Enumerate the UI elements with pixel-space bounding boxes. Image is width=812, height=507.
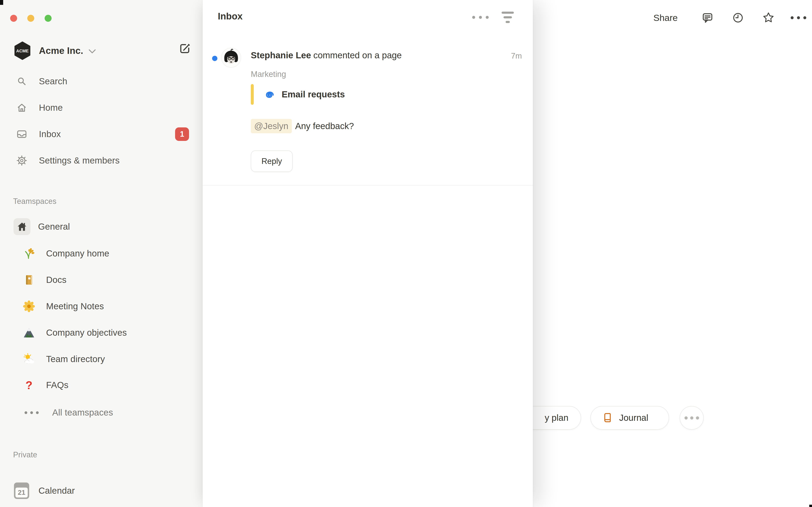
star-icon xyxy=(763,12,774,24)
sidebar-item-label: Home xyxy=(39,103,63,113)
notion-window: ACME Acme Inc. Search Home xyxy=(0,0,812,507)
teamspace-label: Docs xyxy=(46,275,67,285)
sidebar-item-company-home[interactable]: Company home xyxy=(6,242,196,265)
sidebar-item-team-directory[interactable]: Team directory xyxy=(6,348,196,370)
private-section-label: Private xyxy=(13,449,37,460)
minimize-window-button[interactable] xyxy=(27,15,34,22)
unread-dot xyxy=(212,56,217,61)
sidebar-item-company-objectives[interactable]: Company objectives xyxy=(6,322,196,344)
inbox-icon xyxy=(16,129,27,139)
new-page-button[interactable] xyxy=(179,42,191,55)
notification-breadcrumb: Marketing xyxy=(251,70,286,79)
journal-book-icon xyxy=(602,412,613,424)
sun-behind-cloud-icon xyxy=(23,353,35,365)
teamspace-label: Company home xyxy=(46,248,109,259)
mountain-icon xyxy=(23,327,35,339)
tab-label: Journal xyxy=(619,413,648,423)
inbox-title: Inbox xyxy=(218,11,243,21)
notification-time: 7m xyxy=(511,52,522,60)
teamspace-label: Company objectives xyxy=(46,328,127,338)
private-item-label: Calendar xyxy=(39,486,75,496)
acme-logo-icon: ACME xyxy=(13,41,31,60)
sidebar-item-settings[interactable]: Settings & members xyxy=(6,150,196,172)
search-icon xyxy=(16,76,27,87)
sidebar: ACME Acme Inc. Search Home xyxy=(0,0,203,507)
home-icon xyxy=(16,103,27,113)
screen-artifact xyxy=(809,505,812,507)
teamspace-label: Team directory xyxy=(46,354,105,364)
sidebar-item-calendar[interactable]: 21 Calendar xyxy=(6,480,196,502)
zoom-window-button[interactable] xyxy=(45,15,52,22)
sidebar-item-search[interactable]: Search xyxy=(6,70,196,92)
sidebar-item-label: Settings & members xyxy=(39,156,120,166)
more-icon xyxy=(791,16,806,19)
avatar xyxy=(221,48,241,68)
sidebar-item-general[interactable]: General xyxy=(6,216,196,238)
cyclone-icon xyxy=(263,89,275,100)
close-window-button[interactable] xyxy=(10,15,17,22)
workspace-switcher[interactable]: ACME Acme Inc. xyxy=(6,40,192,61)
sidebar-item-faqs[interactable]: ? FAQs xyxy=(6,374,196,396)
inbox-more-button[interactable] xyxy=(474,12,487,23)
updates-button[interactable] xyxy=(732,12,744,24)
ellipsis-icon xyxy=(24,411,39,414)
more-icon xyxy=(472,16,489,19)
inbox-popover: Inbox Stephanie Leecomme xyxy=(203,0,533,507)
workspace-name: Acme Inc. xyxy=(39,45,83,56)
reply-button[interactable]: Reply xyxy=(251,151,293,172)
notification-title: Stephanie Leecommented on a page xyxy=(251,50,402,60)
teamspace-label: Meeting Notes xyxy=(46,301,104,312)
sidebar-item-all-teamspaces[interactable]: All teamspaces xyxy=(6,402,196,424)
blossom-icon xyxy=(23,300,35,313)
filter-icon xyxy=(502,12,514,23)
more-button[interactable] xyxy=(793,12,804,24)
sidebar-item-label: Inbox xyxy=(39,129,61,139)
house-icon xyxy=(13,218,31,235)
favorite-button[interactable] xyxy=(763,12,774,24)
comment-text: @Jeslyn Any feedback? xyxy=(251,117,354,135)
sidebar-item-label: Search xyxy=(39,76,67,87)
gear-icon xyxy=(16,155,27,166)
tab-label: y plan xyxy=(545,413,568,423)
sheaf-of-rice-icon xyxy=(23,247,35,260)
notebook-icon xyxy=(23,274,35,286)
page-reference[interactable]: Email requests xyxy=(251,83,345,105)
teamspace-label: General xyxy=(38,222,70,232)
inbox-unread-badge: 1 xyxy=(175,127,189,141)
sidebar-item-home[interactable]: Home xyxy=(6,97,196,119)
question-mark-icon: ? xyxy=(23,379,35,391)
page-title: Email requests xyxy=(282,89,345,100)
share-button[interactable]: Share xyxy=(653,13,678,23)
sidebar-item-inbox[interactable]: Inbox 1 xyxy=(6,123,196,145)
sidebar-item-meeting-notes[interactable]: Meeting Notes xyxy=(6,295,196,317)
calendar-icon: 21 xyxy=(14,483,29,499)
quote-bar xyxy=(251,84,254,105)
clock-icon xyxy=(732,12,744,23)
more-tabs-button[interactable] xyxy=(679,406,704,430)
teamspace-label: FAQs xyxy=(46,380,68,390)
tab-journal[interactable]: Journal xyxy=(591,406,669,430)
comments-button[interactable] xyxy=(702,12,713,24)
author-name: Stephanie Lee xyxy=(251,50,311,60)
divider xyxy=(203,185,533,185)
teamspaces-section-label: Teamspaces xyxy=(13,195,56,207)
mention[interactable]: @Jeslyn xyxy=(251,119,292,133)
svg-text:ACME: ACME xyxy=(16,49,29,53)
more-icon xyxy=(684,416,699,419)
inbox-filter-button[interactable] xyxy=(500,10,515,25)
chevron-down-icon xyxy=(88,49,96,54)
comment-icon xyxy=(702,12,713,23)
all-teamspaces-label: All teamspaces xyxy=(52,407,113,418)
sidebar-item-docs[interactable]: Docs xyxy=(6,269,196,291)
screen-artifact xyxy=(0,0,3,5)
